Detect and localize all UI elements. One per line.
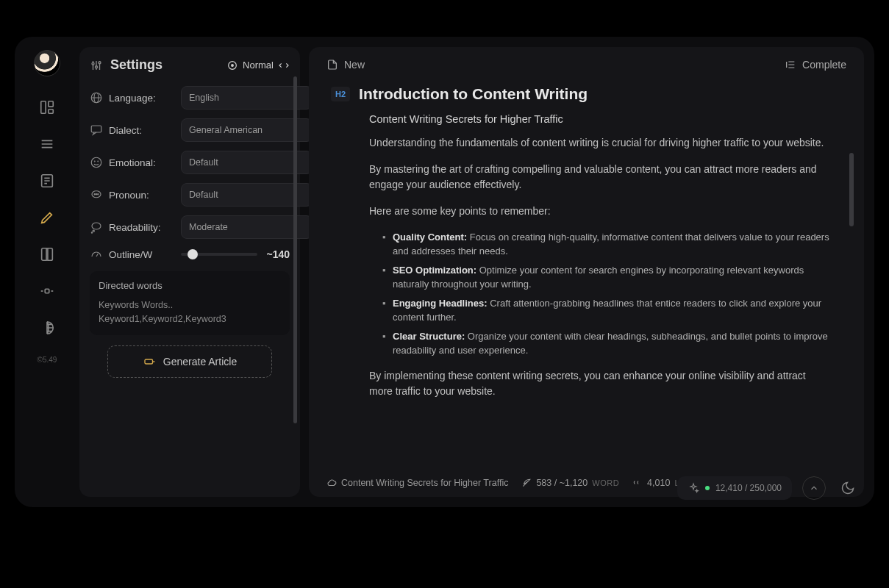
- svg-point-29: [94, 194, 95, 195]
- rail-globe[interactable]: [31, 312, 63, 344]
- settings-scrollbar[interactable]: [293, 76, 297, 423]
- svg-point-34: [91, 232, 92, 233]
- list-item: SEO Optimization: Optimize your content …: [382, 263, 832, 292]
- svg-point-26: [94, 161, 95, 162]
- svg-point-30: [96, 194, 96, 195]
- generate-label: Generate Article: [163, 356, 237, 368]
- svg-point-16: [92, 62, 94, 65]
- rail-focus[interactable]: [31, 275, 63, 307]
- document-icon: [39, 173, 55, 189]
- emotional-row: Emotional:: [90, 151, 290, 174]
- svg-rect-0: [41, 101, 46, 114]
- list-item: Clear Structure: Organize your content w…: [382, 329, 832, 358]
- thought-icon: [90, 220, 103, 234]
- footer-title: Content Writing Secrets for Higher Traff…: [326, 478, 508, 488]
- avatar[interactable]: [34, 50, 60, 76]
- outline-label: Outline/W: [109, 249, 152, 260]
- readability-label: Readability:: [109, 222, 161, 233]
- rail-edit[interactable]: [31, 201, 63, 234]
- status-dot: [705, 486, 710, 490]
- para-2: By mastering the art of crafting compell…: [369, 162, 832, 193]
- rail-outline[interactable]: [31, 128, 63, 160]
- slider-thumb[interactable]: [188, 249, 198, 259]
- content-panel: New Complete H2 Introduction to Content …: [309, 47, 864, 497]
- h2-badge: H2: [331, 87, 350, 101]
- content-text[interactable]: Content Writing Secrets for Higher Traff…: [369, 113, 832, 400]
- directed-title: Directed words: [99, 280, 281, 291]
- svg-rect-10: [45, 289, 49, 293]
- sliders-icon: [90, 59, 103, 72]
- bullet-list: Quality Content: Focus on creating high-…: [369, 230, 832, 358]
- readability-row: Readability:: [90, 215, 290, 239]
- swap-icon: [278, 60, 290, 71]
- list-item: Quality Content: Focus on creating high-…: [382, 230, 832, 259]
- generate-article-button[interactable]: Generate Article: [107, 345, 272, 378]
- rail-document[interactable]: [31, 165, 63, 197]
- mode-toggle[interactable]: Normal: [226, 60, 290, 71]
- list-item: Engaging Headlines: Craft attention-grab…: [382, 296, 832, 325]
- dialect-row: Dialect:: [90, 118, 290, 142]
- outline-value: ~140: [263, 248, 290, 260]
- svg-rect-24: [91, 126, 101, 132]
- content-body: H2 Introduction to Content Writing Conte…: [309, 79, 864, 469]
- svg-point-27: [98, 161, 99, 162]
- language-row: Language:: [90, 86, 290, 110]
- gauge-icon: [90, 248, 103, 261]
- svg-point-18: [99, 61, 101, 63]
- complete-icon: [785, 59, 796, 71]
- new-button[interactable]: New: [326, 59, 365, 71]
- content-header: New Complete: [309, 47, 864, 79]
- chat-icon: [90, 123, 103, 137]
- svg-point-25: [91, 157, 101, 168]
- settings-panel: Settings Normal Language: Dialect:: [79, 47, 300, 497]
- sidebar-rail: ©5.49: [15, 37, 79, 507]
- theme-toggle[interactable]: [836, 476, 860, 500]
- book-icon: [39, 246, 55, 262]
- pronoun-label: Pronoun:: [109, 190, 149, 201]
- svg-rect-2: [49, 110, 53, 114]
- language-label: Language:: [109, 93, 156, 104]
- credits-stat[interactable]: 12,410 / 250,000: [677, 476, 792, 500]
- chevron-up-icon: [809, 483, 819, 493]
- panels-icon: [39, 99, 55, 115]
- content-heading: Introduction to Content Writing: [359, 85, 588, 103]
- settings-title: Settings: [110, 57, 163, 73]
- rail-dashboard[interactable]: [31, 91, 63, 123]
- version-label: ©5.49: [38, 356, 57, 364]
- emotional-label: Emotional:: [109, 157, 156, 168]
- svg-rect-1: [49, 101, 53, 107]
- svg-rect-36: [145, 359, 153, 364]
- app-window: ©5.49 Settings Normal Language:: [15, 37, 874, 507]
- new-label: New: [344, 59, 365, 71]
- complete-label: Complete: [802, 59, 846, 71]
- quote-icon: [632, 478, 643, 488]
- complete-button[interactable]: Complete: [785, 59, 846, 71]
- globe-icon: [90, 91, 103, 104]
- outline-row: Outline/W ~140: [90, 248, 290, 261]
- svg-point-31: [98, 194, 99, 195]
- target-icon: [226, 60, 238, 71]
- focus-icon: [39, 283, 55, 299]
- keywords-input[interactable]: Keywords Words.. Keyword1,Keyword2,Keywo…: [99, 298, 281, 326]
- settings-header: Settings Normal: [90, 57, 290, 73]
- bottom-bar: 12,410 / 250,000: [677, 476, 860, 500]
- face-icon: [90, 156, 103, 169]
- new-doc-icon: [326, 59, 338, 71]
- pencil-icon: [39, 209, 55, 226]
- svg-point-17: [96, 65, 98, 68]
- para-4: By implementing these content writing se…: [369, 368, 832, 400]
- svg-line-35: [96, 254, 98, 257]
- pronoun-row: Pronoun:: [90, 183, 290, 207]
- content-scrollbar[interactable]: [849, 153, 854, 226]
- collapse-button[interactable]: [802, 476, 826, 500]
- svg-point-20: [232, 64, 234, 66]
- outline-slider[interactable]: [181, 253, 257, 256]
- svg-point-32: [92, 223, 101, 229]
- globe-half-icon: [39, 320, 55, 336]
- cloud-icon: [326, 478, 337, 488]
- rail-book[interactable]: [31, 238, 63, 270]
- mode-label: Normal: [243, 60, 274, 71]
- credits-text: 12,410 / 250,000: [715, 483, 782, 493]
- wand-icon: [143, 355, 156, 368]
- content-subtitle: Content Writing Secrets for Higher Traff…: [369, 113, 832, 125]
